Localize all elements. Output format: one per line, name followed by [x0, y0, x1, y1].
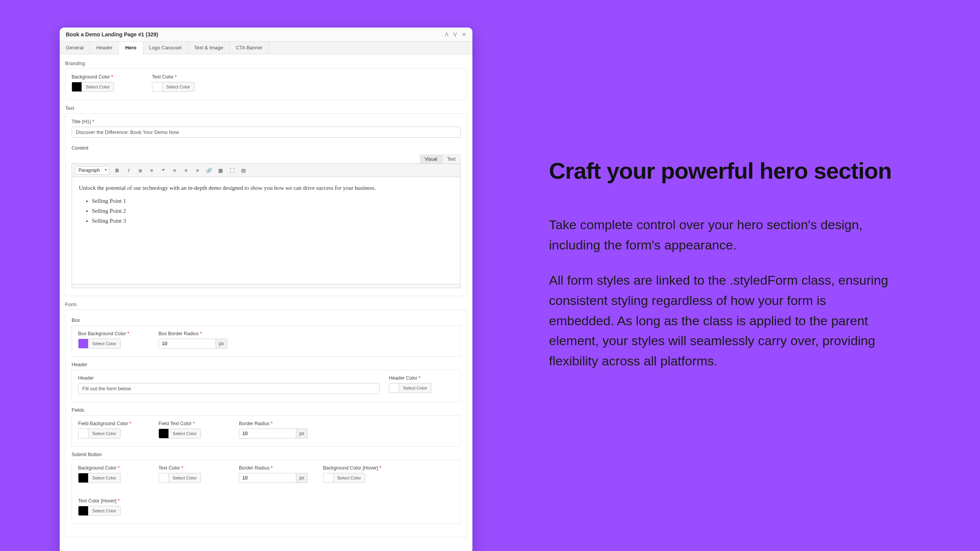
- branding-fieldset: Background Color * Select Color Text Col…: [65, 68, 467, 100]
- copy-paragraph-1: Take complete control over your hero sec…: [549, 215, 893, 255]
- form-fieldset: Box Box Background Color * Select Color …: [65, 310, 467, 537]
- section-form-label: Form: [65, 302, 467, 307]
- paragraph-dropdown[interactable]: Paragraph: [75, 166, 109, 174]
- submit-bg-picker[interactable]: Select Color: [78, 473, 121, 483]
- title-label: Title (H1) *: [72, 119, 461, 124]
- select-color-button[interactable]: Select Color: [169, 474, 201, 482]
- swatch-white: [159, 473, 169, 483]
- header-fieldset: Header Header Color * Select Color: [72, 370, 461, 402]
- field-radius-label: Border Radius *: [239, 421, 308, 426]
- select-color-button[interactable]: Select Color: [169, 430, 201, 437]
- swatch-black: [72, 82, 82, 91]
- swatch-black: [78, 473, 88, 483]
- selling-point: Selling Point 3: [92, 216, 453, 225]
- tab-header[interactable]: Header: [90, 42, 119, 54]
- unit-px: px: [216, 339, 227, 349]
- tab-logo-carousel[interactable]: Logo Carousel: [143, 42, 188, 54]
- align-left-icon[interactable]: ≡: [171, 166, 178, 174]
- swatch-black: [159, 429, 169, 438]
- box-bg-label: Box Background Color *: [78, 331, 143, 336]
- copy-paragraph-2: All form styles are linked to the .style…: [549, 270, 893, 371]
- panel-body: Branding Background Color * Select Color…: [60, 54, 472, 551]
- tab-text-image[interactable]: Text & Image: [188, 42, 230, 54]
- submit-text-hover-label: Text Color [Hover] *: [78, 498, 143, 504]
- panel-header: Book a Demo Landing Page #1 (329) ᐱ ᐯ ✕: [60, 28, 472, 42]
- submit-text-picker[interactable]: Select Color: [158, 473, 201, 483]
- select-color-button[interactable]: Select Color: [88, 507, 120, 515]
- header-color-label: Header Color *: [389, 375, 454, 381]
- editor-textarea[interactable]: Unlock the potential of our technology w…: [72, 177, 461, 284]
- bg-color-label: Background Color *: [72, 74, 137, 80]
- select-color-button[interactable]: Select Color: [333, 474, 365, 482]
- insert-icon[interactable]: ▦: [217, 166, 224, 174]
- chevron-up-icon[interactable]: ᐱ: [445, 31, 449, 37]
- box-label: Box: [72, 318, 461, 323]
- box-fieldset: Box Background Color * Select Color Box …: [72, 325, 461, 357]
- section-branding-label: Branding: [65, 60, 467, 66]
- field-bg-picker[interactable]: Select Color: [78, 429, 121, 439]
- text-fieldset: Title (H1) * Content Visual Text Paragra…: [65, 113, 467, 296]
- unit-px: px: [296, 429, 308, 439]
- unit-px: px: [296, 473, 308, 483]
- box-radius-label: Box Border Radius *: [158, 331, 227, 336]
- blockquote-icon[interactable]: ❝: [159, 166, 167, 174]
- editor-tab-text[interactable]: Text: [442, 155, 461, 163]
- editor-toolbar: Paragraph B I ≣ ≡ ❝ ≡ ≡ ≡ 🔗 ▦ ⛶ ▤: [72, 163, 461, 177]
- copy-heading: Craft your powerful hero section: [549, 158, 893, 184]
- select-color-button[interactable]: Select Color: [88, 430, 120, 437]
- align-center-icon[interactable]: ≡: [182, 166, 190, 174]
- box-radius-input[interactable]: [158, 339, 216, 349]
- tab-cta-banner[interactable]: CTA Banner: [230, 42, 269, 54]
- select-color-button[interactable]: Select Color: [82, 83, 114, 91]
- swatch-purple: [78, 339, 88, 348]
- link-icon[interactable]: 🔗: [205, 166, 213, 174]
- submit-bg-hover-picker[interactable]: Select Color: [323, 473, 366, 483]
- submit-text-label: Text Color *: [158, 465, 224, 471]
- header-input[interactable]: [78, 383, 380, 394]
- tab-general[interactable]: General: [60, 42, 90, 54]
- marketing-copy: Craft your powerful hero section Take co…: [549, 158, 893, 386]
- swatch-white: [389, 383, 399, 393]
- swatch-white: [323, 473, 333, 483]
- text-color-picker[interactable]: Select Color: [152, 82, 194, 92]
- field-bg-label: Field Background Color *: [78, 421, 143, 426]
- editor-resize-handle[interactable]: [72, 284, 461, 288]
- tabs: General Header Hero Logo Carousel Text &…: [60, 42, 472, 54]
- header-color-picker[interactable]: Select Color: [389, 383, 431, 393]
- bold-icon[interactable]: B: [113, 166, 121, 174]
- title-input[interactable]: [72, 127, 461, 138]
- fields-sub-label: Fields: [72, 408, 461, 413]
- select-color-button[interactable]: Select Color: [88, 340, 120, 347]
- panel-title: Book a Demo Landing Page #1 (329): [66, 31, 158, 37]
- editor-tab-visual[interactable]: Visual: [420, 155, 442, 163]
- swatch-white: [78, 429, 88, 438]
- submit-sub-label: Submit Button: [72, 452, 461, 457]
- close-icon[interactable]: ✕: [462, 31, 466, 37]
- submit-radius-input[interactable]: [239, 473, 296, 483]
- toolbar-toggle-icon[interactable]: ▤: [240, 166, 247, 174]
- bg-color-picker[interactable]: Select Color: [72, 82, 114, 92]
- settings-panel: Book a Demo Landing Page #1 (329) ᐱ ᐯ ✕ …: [60, 28, 472, 551]
- fullscreen-icon[interactable]: ⛶: [228, 166, 236, 174]
- chevron-down-icon[interactable]: ᐯ: [453, 31, 457, 37]
- numbered-list-icon[interactable]: ≡: [148, 166, 155, 174]
- box-bg-picker[interactable]: Select Color: [78, 339, 121, 349]
- selling-point: Selling Point 1: [92, 196, 453, 205]
- italic-icon[interactable]: I: [125, 166, 132, 174]
- bullet-list-icon[interactable]: ≣: [136, 166, 144, 174]
- text-color-label: Text Color *: [152, 74, 217, 80]
- align-right-icon[interactable]: ≡: [194, 166, 201, 174]
- select-color-button[interactable]: Select Color: [399, 384, 431, 392]
- editor-paragraph: Unlock the potential of our technology w…: [79, 183, 453, 192]
- header-sub-label: Header: [72, 362, 461, 367]
- panel-controls: ᐱ ᐯ ✕: [445, 31, 466, 37]
- tab-hero[interactable]: Hero: [119, 42, 143, 54]
- select-color-button[interactable]: Select Color: [162, 83, 194, 91]
- submit-text-hover-picker[interactable]: Select Color: [78, 506, 121, 516]
- field-text-picker[interactable]: Select Color: [158, 429, 201, 439]
- field-radius-input[interactable]: [239, 429, 296, 439]
- content-label: Content: [72, 145, 461, 151]
- submit-fieldset: Background Color * Select Color Text Col…: [72, 460, 461, 524]
- select-color-button[interactable]: Select Color: [88, 474, 120, 482]
- submit-bg-hover-label: Background Color [Hover] *: [323, 465, 388, 471]
